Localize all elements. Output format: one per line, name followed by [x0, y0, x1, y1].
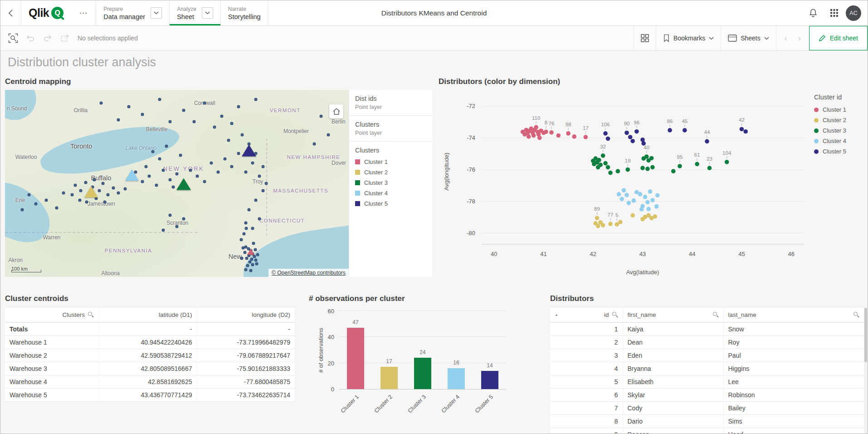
distributor-point[interactable] [256, 253, 259, 256]
distributor-point[interactable] [244, 268, 247, 271]
scatter-point[interactable] [534, 125, 538, 129]
distributor-point[interactable] [255, 262, 258, 266]
distributor-point[interactable] [258, 174, 261, 178]
scatter-point[interactable] [624, 193, 629, 197]
scatter-point[interactable] [608, 171, 613, 175]
distributor-point[interactable] [196, 174, 199, 178]
dimension-cell[interactable]: Warehouse 2 [5, 349, 98, 362]
distributor-point[interactable] [84, 181, 88, 184]
scatter-point[interactable] [643, 195, 648, 199]
distributor-point[interactable] [230, 165, 234, 168]
distributor-point[interactable] [141, 180, 144, 183]
scatter-point[interactable] [601, 153, 605, 158]
distributor-point[interactable] [168, 120, 171, 123]
distributor-point[interactable] [203, 180, 206, 183]
scatter-point[interactable] [601, 223, 605, 227]
scatter-svg[interactable]: -72-74-76-78-8040414243444546Avg(latitud… [439, 90, 815, 277]
distributor-point[interactable] [176, 173, 179, 176]
scatter-point[interactable] [646, 207, 651, 212]
scatter-point[interactable] [603, 131, 608, 136]
more-menu-button[interactable]: ⋯ [71, 0, 96, 25]
insight-advisor-button[interactable] [634, 26, 656, 50]
distributor-point[interactable] [161, 229, 165, 232]
notifications-button[interactable] [804, 4, 822, 22]
id-cell[interactable]: 6 [550, 389, 623, 402]
id-cell[interactable]: 2 [550, 336, 623, 349]
scatter-point[interactable] [655, 193, 660, 197]
scatter-point[interactable] [648, 189, 653, 194]
scatter-point[interactable] [743, 129, 748, 134]
scatter-point[interactable] [649, 156, 654, 161]
search-icon[interactable] [88, 312, 94, 318]
table-row[interactable]: 8DarioSims [550, 415, 864, 428]
distributor-point[interactable] [252, 242, 255, 245]
bar-plot[interactable]: 020406047Cluster 117Cluster 224Cluster 3… [339, 311, 507, 390]
distributor-point[interactable] [249, 269, 252, 272]
dimension-cell[interactable]: Lee [723, 375, 864, 389]
distributor-point[interactable] [242, 232, 245, 236]
column-header-latitude-d1-[interactable]: latitude (D1) [98, 307, 197, 323]
cluster-centroid-marker[interactable] [242, 144, 256, 156]
search-icon[interactable] [612, 312, 618, 318]
dimension-cell[interactable]: Sims [723, 415, 864, 428]
scatter-point[interactable] [584, 135, 588, 139]
scatter-point[interactable] [572, 134, 576, 139]
table-row[interactable]: 9DeaconHood [550, 428, 864, 434]
distributor-point[interactable] [216, 171, 219, 174]
table-row[interactable]: 1KaiyaSnow [550, 323, 864, 336]
bar-cluster-3[interactable] [414, 358, 431, 389]
legend-item[interactable]: Cluster 1 [814, 106, 862, 113]
scatter-point[interactable] [630, 139, 635, 143]
distributor-point[interactable] [117, 118, 120, 121]
distributor-point[interactable] [102, 182, 105, 185]
scatter-point[interactable] [628, 135, 633, 139]
layer-clusters[interactable]: Clusters Point layer [349, 116, 432, 142]
cluster-centroid-marker[interactable] [125, 169, 139, 181]
bar-cluster-1[interactable] [347, 328, 364, 389]
chevron-down-icon[interactable] [202, 7, 213, 19]
distributor-point[interactable] [192, 120, 195, 123]
search-icon[interactable] [713, 312, 719, 318]
table-scrollbar[interactable] [864, 307, 868, 434]
distributor-point[interactable] [253, 255, 256, 258]
scatter-point[interactable] [608, 222, 613, 226]
column-header-first_name[interactable]: first_name [623, 307, 723, 323]
scatter-point[interactable] [668, 128, 672, 133]
distributor-point[interactable] [179, 154, 182, 157]
scatter-point[interactable] [617, 192, 621, 197]
legend-item[interactable]: Cluster 3 [814, 127, 862, 134]
scatter-point[interactable] [549, 130, 554, 135]
distributor-point[interactable] [251, 227, 254, 230]
scatter-point[interactable] [596, 224, 600, 228]
bar-cluster-2[interactable] [380, 367, 398, 389]
distributor-point[interactable] [141, 113, 144, 116]
dimension-cell[interactable]: Higgins [723, 362, 864, 375]
cluster-centroid-marker[interactable] [176, 178, 191, 190]
search-icon[interactable] [853, 312, 859, 318]
scatter-point[interactable] [627, 201, 631, 205]
distributor-point[interactable] [168, 178, 171, 181]
distributor-point[interactable] [182, 217, 185, 221]
distributor-point[interactable] [70, 193, 73, 196]
scatter-point[interactable] [606, 137, 610, 141]
scatter-point[interactable] [622, 188, 626, 192]
table-row[interactable]: 4BryannaHiggins [550, 362, 864, 375]
scatter-point[interactable] [638, 192, 643, 197]
distributor-point[interactable] [248, 261, 251, 264]
map-home-button[interactable] [329, 104, 343, 118]
scatter-point[interactable] [556, 133, 561, 138]
distributor-point[interactable] [182, 109, 185, 112]
next-sheet-button[interactable]: › [793, 31, 806, 45]
clear-selections-button[interactable] [57, 30, 73, 46]
legend-item[interactable]: Cluster 3 [355, 179, 426, 186]
map-canvas[interactable]: 100 km © OpenStreetMap contributors n So… [5, 90, 349, 277]
legend-item[interactable]: Cluster 4 [355, 190, 426, 197]
dimension-cell[interactable]: Roy [723, 336, 864, 349]
sheets-menu-button[interactable]: Sheets [721, 26, 776, 50]
distributor-point[interactable] [103, 201, 106, 204]
distributor-point[interactable] [34, 202, 38, 206]
distributor-point[interactable] [327, 133, 330, 136]
distributor-point[interactable] [176, 225, 179, 228]
distributor-point[interactable] [124, 187, 127, 191]
table-row[interactable]: 2DeanRoy [550, 336, 864, 349]
